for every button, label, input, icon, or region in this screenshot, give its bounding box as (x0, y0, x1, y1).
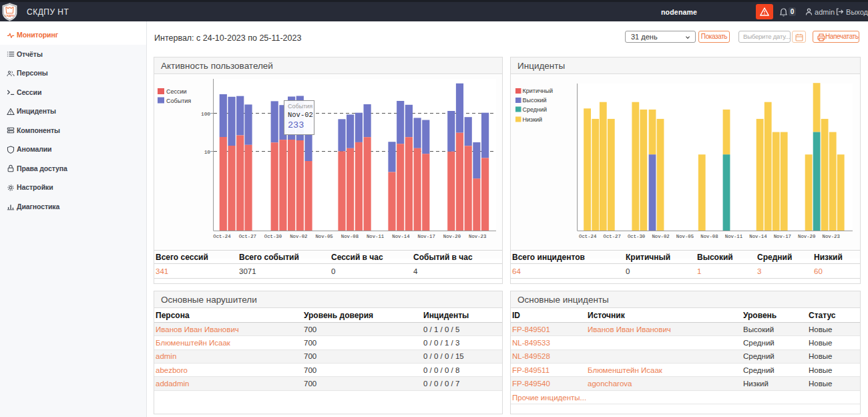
svg-text:Nov-02: Nov-02 (652, 234, 669, 239)
svg-text:Nov-08: Nov-08 (700, 234, 718, 239)
svg-text:Nov-23: Nov-23 (823, 234, 840, 239)
svg-text:Nov-23: Nov-23 (469, 234, 486, 239)
svg-text:Nov-08: Nov-08 (341, 234, 359, 239)
svg-text:Высокий: Высокий (523, 97, 547, 104)
svg-text:10: 10 (204, 150, 211, 155)
svg-text:Сессии: Сессии (166, 88, 187, 95)
svg-text:Nov-17: Nov-17 (418, 234, 435, 239)
svg-text:События: События (166, 98, 191, 104)
svg-text:Nov-11: Nov-11 (367, 234, 385, 239)
svg-text:Oct-30: Oct-30 (264, 234, 282, 239)
svg-text:Nov-20: Nov-20 (443, 234, 461, 239)
svg-text:100: 100 (201, 112, 210, 117)
svg-text:Nov-11: Nov-11 (725, 234, 743, 239)
svg-text:Oct-27: Oct-27 (239, 234, 256, 239)
svg-text:Oct-24: Oct-24 (579, 234, 597, 239)
svg-text:Nov-05: Nov-05 (676, 234, 694, 239)
svg-text:Oct-27: Oct-27 (604, 234, 621, 239)
svg-text:Oct-30: Oct-30 (628, 234, 645, 239)
svg-text:Критичный: Критичный (523, 88, 554, 94)
svg-text:Nov-05: Nov-05 (315, 234, 333, 239)
svg-text:СКДПУ: СКДПУ (5, 14, 14, 17)
svg-text:Средний: Средний (523, 106, 548, 113)
svg-text:Oct-24: Oct-24 (213, 234, 231, 239)
svg-text:Nov-17: Nov-17 (774, 234, 791, 239)
svg-text:Nov-14: Nov-14 (749, 234, 767, 239)
svg-text:Nov-02: Nov-02 (290, 234, 307, 239)
svg-text:Низкий: Низкий (523, 116, 543, 123)
svg-text:Nov-14: Nov-14 (392, 234, 410, 239)
svg-text:Nov-20: Nov-20 (798, 234, 815, 239)
